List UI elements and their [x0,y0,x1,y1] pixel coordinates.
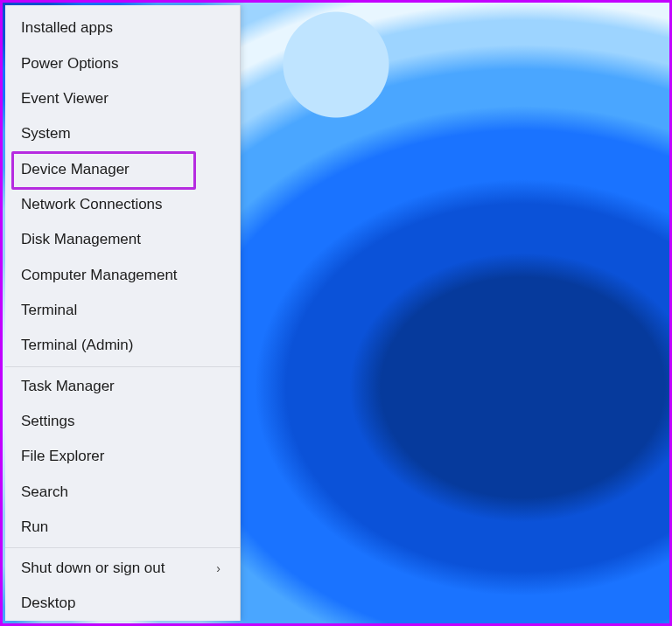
menu-label: Terminal (Admin) [21,337,133,354]
menu-item-network-connections[interactable]: Network Connections [5,187,240,222]
menu-item-run[interactable]: Run [5,510,240,545]
menu-item-shutdown[interactable]: Shut down or sign out › [5,550,240,585]
menu-label: File Explorer [21,448,104,465]
menu-item-event-viewer[interactable]: Event Viewer [5,81,240,116]
menu-item-installed-apps[interactable]: Installed apps [5,10,240,45]
menu-label: Event Viewer [21,90,108,108]
menu-label: Installed apps [21,19,113,37]
menu-separator [5,366,240,367]
menu-item-terminal-admin[interactable]: Terminal (Admin) [5,328,240,363]
menu-item-task-manager[interactable]: Task Manager [5,369,240,404]
menu-label: Search [21,483,68,501]
menu-label: Device Manager [21,161,130,178]
screenshot-frame: Installed apps Power Options Event Viewe… [0,0,672,626]
menu-item-power-options[interactable]: Power Options [5,45,240,80]
menu-item-file-explorer[interactable]: File Explorer [5,439,240,474]
menu-label: Run [21,518,48,536]
menu-label: Disk Management [21,231,141,248]
menu-item-device-manager[interactable]: Device Manager [5,151,240,186]
power-user-menu: Installed apps Power Options Event Viewe… [5,5,241,621]
menu-item-search[interactable]: Search [5,475,240,510]
menu-item-terminal[interactable]: Terminal [5,293,240,328]
menu-item-system[interactable]: System [5,116,240,151]
menu-item-settings[interactable]: Settings [5,404,240,439]
menu-label: Settings [21,413,74,430]
menu-label: Computer Management [21,267,178,284]
menu-label: System [21,125,71,143]
menu-label: Task Manager [21,378,115,395]
menu-label: Power Options [21,55,119,73]
menu-separator [5,547,240,548]
menu-label: Shut down or sign out [21,560,164,577]
chevron-right-icon: › [216,561,220,575]
menu-item-computer-management[interactable]: Computer Management [5,258,240,293]
menu-item-disk-management[interactable]: Disk Management [5,222,240,257]
menu-label: Network Connections [21,196,163,213]
menu-label: Desktop [21,595,75,612]
menu-item-desktop[interactable]: Desktop [5,586,240,621]
menu-label: Terminal [21,302,77,319]
